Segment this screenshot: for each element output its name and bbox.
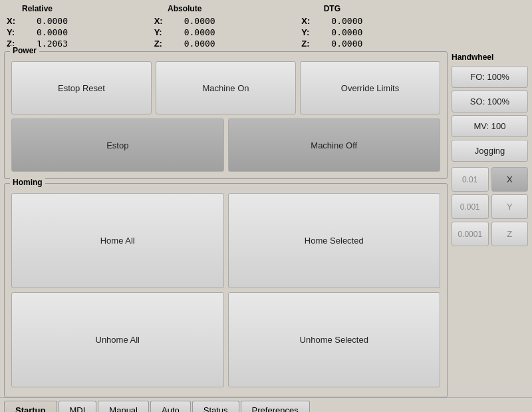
dtg-x-value: 0.0000 [316, 16, 362, 26]
axis-x-button[interactable]: X [491, 167, 529, 192]
power-group: Power Estop Reset Machine On Override Li… [4, 51, 448, 179]
inc-0001-button[interactable]: 0.0001 [452, 222, 489, 246]
tab-status[interactable]: Status [192, 401, 239, 412]
relative-coords: Relative X: 0.0000 Y: 0.0000 Z: 1.2063 [7, 4, 68, 49]
dtg-y-label: Y: [301, 27, 313, 37]
tab-startup[interactable]: Startup [4, 401, 57, 412]
dtg-label: DTG [301, 4, 362, 13]
abs-y-value: 0.0000 [169, 27, 215, 37]
rel-x-label: X: [7, 16, 19, 26]
abs-x-label: X: [154, 16, 166, 26]
coordinate-bar: Relative X: 0.0000 Y: 0.0000 Z: 1.2063 A… [0, 0, 532, 51]
dtg-x-label: X: [301, 16, 313, 26]
estop-reset-button[interactable]: Estop Reset [11, 61, 152, 114]
unhome-all-button[interactable]: Unhome All [11, 292, 224, 387]
estop-button[interactable]: Estop [11, 118, 224, 172]
abs-y-label: Y: [154, 27, 166, 37]
so-button[interactable]: SO: 100% [452, 91, 528, 112]
machine-on-button[interactable]: Machine On [156, 61, 296, 114]
relative-label: Relative [7, 4, 68, 13]
dtg-y-value: 0.0000 [316, 27, 362, 37]
rel-y-value: 0.0000 [21, 27, 68, 37]
handwheel-panel: Handwheel FO: 100% SO: 100% MV: 100 Jogg… [452, 51, 528, 397]
rel-x-value: 0.0000 [21, 16, 68, 26]
abs-z-label: Z: [154, 39, 166, 49]
homing-group: Homing Home All Home Selected Unhome All… [4, 183, 448, 397]
left-panel: Power Estop Reset Machine On Override Li… [4, 51, 448, 397]
increment-axis-grid: 0.01 X 0.001 Y 0.0001 Z [452, 167, 528, 246]
homing-title: Homing [10, 178, 45, 187]
inc-01-button[interactable]: 0.01 [452, 167, 489, 192]
tab-auto[interactable]: Auto [150, 401, 191, 412]
jogging-button[interactable]: Jogging [452, 140, 528, 162]
dtg-z-value: 0.0000 [316, 39, 362, 49]
home-selected-button[interactable]: Home Selected [228, 193, 441, 288]
fo-button[interactable]: FO: 100% [452, 66, 528, 88]
dtg-coords: DTG X: 0.0000 Y: 0.0000 Z: 0.0000 [301, 4, 362, 49]
main-area: Power Estop Reset Machine On Override Li… [0, 51, 532, 397]
dtg-z-label: Z: [301, 39, 313, 49]
axis-y-button[interactable]: Y [491, 194, 529, 219]
tab-preferences[interactable]: Preferences [241, 401, 310, 412]
rel-y-label: Y: [7, 27, 19, 37]
absolute-label: Absolute [154, 4, 215, 13]
axis-z-button[interactable]: Z [491, 222, 529, 246]
home-all-button[interactable]: Home All [11, 193, 224, 288]
inc-001-button[interactable]: 0.001 [452, 194, 489, 219]
tab-bar: StartupMDIManualAutoStatusPreferences [0, 397, 532, 412]
abs-x-value: 0.0000 [169, 16, 215, 26]
override-limits-button[interactable]: Override Limits [300, 61, 440, 114]
power-title: Power [10, 46, 39, 55]
handwheel-title: Handwheel [452, 53, 528, 62]
absolute-coords: Absolute X: 0.0000 Y: 0.0000 Z: 0.0000 [154, 4, 215, 49]
abs-z-value: 0.0000 [169, 39, 215, 49]
machine-off-button[interactable]: Machine Off [228, 118, 441, 172]
unhome-selected-button[interactable]: Unhome Selected [228, 292, 441, 387]
tab-manual[interactable]: Manual [98, 401, 149, 412]
mv-button[interactable]: MV: 100 [452, 115, 528, 137]
tab-mdi[interactable]: MDI [59, 401, 97, 412]
